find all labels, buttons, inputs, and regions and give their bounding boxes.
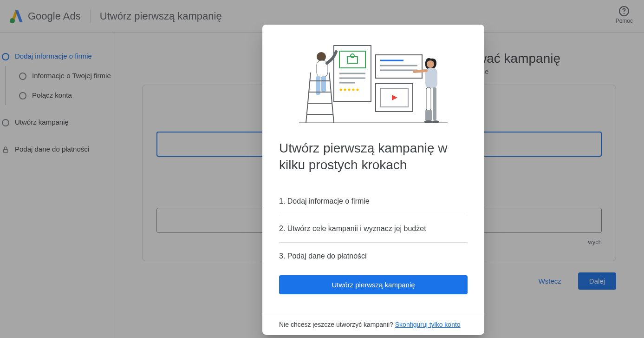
modal-illustration bbox=[262, 25, 484, 126]
onboarding-modal: Utwórz pierwszą kampanię w kilku prostyc… bbox=[262, 25, 484, 335]
modal-step-3: 3. Podaj dane do płatności bbox=[279, 243, 468, 270]
svg-rect-37 bbox=[425, 110, 432, 121]
modal-footer-text: Nie chcesz jeszcze utworzyć kampanii? bbox=[279, 321, 395, 328]
svg-point-12 bbox=[344, 88, 346, 91]
svg-point-11 bbox=[340, 88, 342, 91]
modal-body: Utwórz pierwszą kampanię w kilku prostyc… bbox=[262, 126, 484, 314]
modal-footer: Nie chcesz jeszcze utworzyć kampanii? Sk… bbox=[262, 314, 484, 335]
svg-point-33 bbox=[427, 60, 434, 68]
modal-step-1: 1. Dodaj informacje o firmie bbox=[279, 188, 468, 215]
svg-point-13 bbox=[348, 88, 351, 91]
svg-point-14 bbox=[352, 88, 355, 91]
svg-rect-36 bbox=[433, 87, 436, 120]
modal-step-2: 2. Utwórz cele kampanii i wyznacz jej bu… bbox=[279, 215, 468, 243]
svg-point-22 bbox=[317, 52, 326, 61]
svg-rect-16 bbox=[376, 55, 422, 78]
svg-point-15 bbox=[357, 88, 359, 91]
illustration-icon bbox=[294, 40, 452, 124]
create-campaign-button[interactable]: Utwórz pierwszą kampanię bbox=[279, 275, 468, 294]
svg-rect-25 bbox=[321, 76, 326, 92]
modal-title: Utwórz pierwszą kampanię w kilku prostyc… bbox=[279, 140, 468, 174]
svg-rect-35 bbox=[426, 87, 431, 111]
svg-line-26 bbox=[306, 73, 311, 123]
configure-account-only-link[interactable]: Skonfiguruj tylko konto bbox=[395, 321, 461, 328]
svg-line-27 bbox=[329, 73, 334, 123]
svg-point-39 bbox=[432, 120, 439, 123]
